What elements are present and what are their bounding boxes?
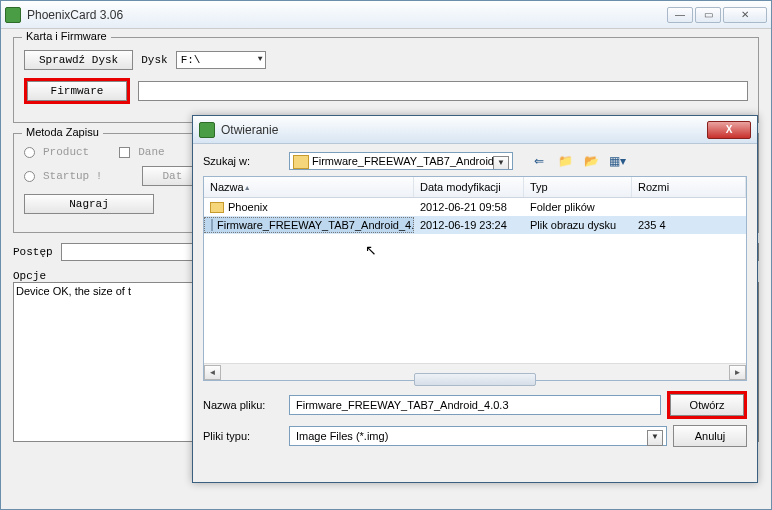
list-item[interactable]: Phoenix 2012-06-21 09:58 Folder plików bbox=[204, 198, 746, 216]
item-date: 2012-06-21 09:58 bbox=[414, 200, 524, 214]
up-icon[interactable]: 📁 bbox=[555, 152, 575, 170]
file-list[interactable]: Nazwa Data modyfikacji Typ Rozmi Phoenix… bbox=[203, 176, 747, 381]
list-item[interactable]: Firmware_FREEWAY_TAB7_Android_4.0.3 2012… bbox=[204, 216, 746, 234]
cancel-button[interactable]: Anuluj bbox=[673, 425, 747, 447]
main-title: PhoenixCard 3.06 bbox=[27, 8, 667, 22]
item-type: Plik obrazu dysku bbox=[524, 218, 632, 232]
item-type: Folder plików bbox=[524, 200, 632, 214]
product-radio[interactable] bbox=[24, 147, 35, 158]
dane-checkbox[interactable] bbox=[119, 147, 130, 158]
firmware-button[interactable]: Firmware bbox=[27, 81, 127, 101]
progress-label: Postęp bbox=[13, 246, 53, 258]
disk-label: Dysk bbox=[141, 54, 167, 66]
folder-icon bbox=[210, 202, 224, 213]
lookin-combo[interactable]: Firmware_FREEWAY_TAB7_Android bbox=[289, 152, 513, 170]
filename-input[interactable]: Firmware_FREEWAY_TAB7_Android_4.0.3 bbox=[289, 395, 661, 415]
product-label: Product bbox=[43, 146, 89, 158]
firmware-highlight: Firmware bbox=[24, 78, 130, 104]
item-size bbox=[632, 206, 746, 208]
disk-image-icon bbox=[211, 219, 213, 231]
app-icon bbox=[5, 7, 21, 23]
firmware-group-title: Karta i Firmware bbox=[22, 30, 111, 42]
disk-combo[interactable]: F:\ bbox=[176, 51, 266, 69]
horizontal-scrollbar[interactable]: ◄ ► bbox=[204, 363, 746, 380]
options-label: Opcje bbox=[13, 270, 46, 282]
close-button[interactable]: ✕ bbox=[723, 7, 767, 23]
write-method-title: Metoda Zapisu bbox=[22, 126, 103, 138]
firmware-path-field[interactable] bbox=[138, 81, 748, 101]
check-disk-button[interactable]: Sprawdź Dysk bbox=[24, 50, 133, 70]
col-date[interactable]: Data modyfikacji bbox=[414, 177, 524, 197]
item-date: 2012-06-19 23:24 bbox=[414, 218, 524, 232]
startup-label: Startup ! bbox=[43, 170, 102, 182]
lookin-label: Szukaj w: bbox=[203, 155, 283, 167]
open-highlight: Otwórz bbox=[667, 391, 747, 419]
scroll-left-button[interactable]: ◄ bbox=[204, 365, 221, 380]
scroll-thumb[interactable] bbox=[414, 373, 536, 386]
filename-label: Nazwa pliku: bbox=[203, 399, 283, 411]
filetype-label: Pliki typu: bbox=[203, 430, 283, 442]
burn-button[interactable]: Nagraj bbox=[24, 194, 154, 214]
back-icon[interactable]: ⇐ bbox=[529, 152, 549, 170]
scroll-right-button[interactable]: ► bbox=[729, 365, 746, 380]
dialog-icon bbox=[199, 122, 215, 138]
col-name[interactable]: Nazwa bbox=[204, 177, 414, 197]
startup-radio[interactable] bbox=[24, 171, 35, 182]
log-line: Device OK, the size of t bbox=[16, 285, 131, 297]
dialog-close-button[interactable]: X bbox=[707, 121, 751, 139]
col-type[interactable]: Typ bbox=[524, 177, 632, 197]
dialog-titlebar[interactable]: Otwieranie X bbox=[193, 116, 757, 144]
item-name: Phoenix bbox=[228, 201, 268, 213]
maximize-button[interactable]: ▭ bbox=[695, 7, 721, 23]
open-button[interactable]: Otwórz bbox=[670, 394, 744, 416]
item-name: Firmware_FREEWAY_TAB7_Android_4.0.3 bbox=[217, 219, 414, 231]
new-folder-icon[interactable]: 📂 bbox=[581, 152, 601, 170]
item-size: 235 4 bbox=[632, 218, 746, 232]
minimize-button[interactable]: — bbox=[667, 7, 693, 23]
col-size[interactable]: Rozmi bbox=[632, 177, 746, 197]
firmware-group: Karta i Firmware Sprawdź Dysk Dysk F:\ F… bbox=[13, 37, 759, 123]
file-open-dialog: Otwieranie X Szukaj w: Firmware_FREEWAY_… bbox=[192, 115, 758, 483]
view-menu-icon[interactable]: ▦▾ bbox=[607, 152, 627, 170]
main-titlebar[interactable]: PhoenixCard 3.06 — ▭ ✕ bbox=[1, 1, 771, 29]
list-header: Nazwa Data modyfikacji Typ Rozmi bbox=[204, 177, 746, 198]
mouse-cursor: ↖ bbox=[365, 242, 377, 258]
dane-label: Dane bbox=[138, 146, 164, 158]
filetype-select[interactable]: Image Files (*.img) bbox=[289, 426, 667, 446]
dialog-title: Otwieranie bbox=[221, 123, 707, 137]
